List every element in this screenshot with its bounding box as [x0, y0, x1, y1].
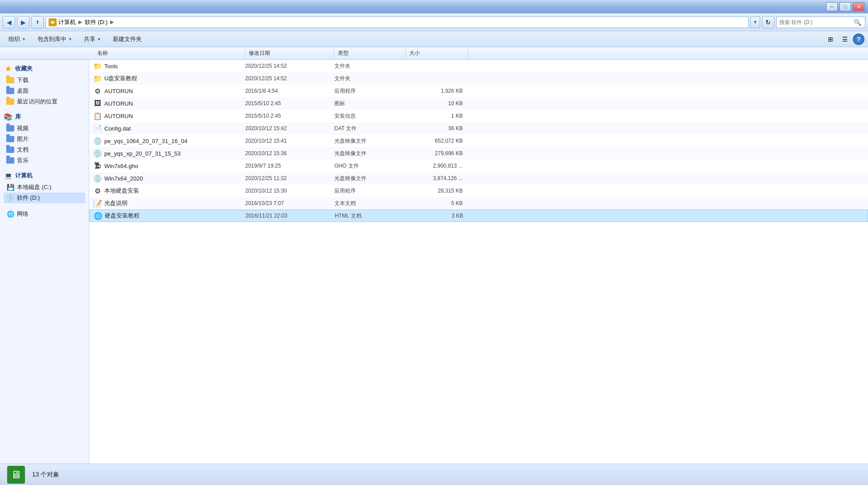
file-date-cell: 2015/5/10 2:45	[245, 113, 334, 119]
sidebar-item-c-drive[interactable]: 💾 本地磁盘 (C:)	[4, 182, 85, 193]
file-list: 📁 Tools 2020/12/25 14:52 文件夹 📁 U盘安装教程 20…	[89, 60, 868, 464]
sidebar-item-d-drive[interactable]: 💿 软件 (D:)	[4, 193, 85, 203]
new-folder-button[interactable]: 新建文件夹	[108, 33, 147, 45]
maximize-button[interactable]: □	[839, 2, 851, 11]
file-size-cell: 28,315 KB	[406, 188, 468, 194]
sidebar-item-picture[interactable]: 图片	[4, 134, 85, 144]
file-name-label: AUTORUN	[104, 113, 133, 119]
file-type-cell: 安装信息	[334, 112, 406, 120]
file-name-cell: ⚙ 本地硬盘安装	[94, 187, 245, 195]
file-type-cell: 文件夹	[334, 62, 406, 70]
view-options-button[interactable]: ⊞	[824, 33, 837, 45]
file-name-label: pe_yqs_1064_20_07_31_16_04	[104, 138, 188, 144]
status-bar: 🖥 13 个对象	[0, 464, 868, 485]
file-name-label: Win7x64_2020	[104, 175, 143, 182]
file-date-cell: 2020/10/12 15:36	[245, 150, 334, 156]
column-size-header[interactable]: 大小	[406, 47, 468, 59]
table-row[interactable]: 📁 Tools 2020/12/25 14:52 文件夹	[89, 60, 868, 72]
table-row[interactable]: 🌐 硬盘安装教程 2016/11/21 22:03 HTML 文档 3 KB	[89, 210, 868, 222]
file-size-cell: 1 KB	[406, 113, 468, 119]
back-button[interactable]: ◀	[3, 16, 15, 29]
help-button[interactable]: ?	[853, 33, 864, 45]
sidebar-item-music[interactable]: 音乐	[4, 155, 85, 166]
file-type-cell: DAT 文件	[334, 125, 406, 132]
organize-arrow: ▼	[22, 37, 26, 41]
up-button[interactable]: ⬆	[31, 16, 44, 29]
path-computer[interactable]: 计算机	[58, 18, 76, 26]
file-name-cell: 📄 Config.dat	[94, 124, 245, 132]
file-icon: 🖼	[94, 99, 102, 107]
column-type-header[interactable]: 类型	[334, 47, 406, 59]
file-icon: 🗜	[94, 162, 102, 170]
table-row[interactable]: 💿 pe_yqs_xp_20_07_31_15_53 2020/10/12 15…	[89, 147, 868, 160]
table-row[interactable]: 🗜 Win7x64.gho 2019/9/7 19:25 GHO 文件 2,90…	[89, 160, 868, 172]
sidebar-item-desktop[interactable]: 桌面	[4, 86, 85, 96]
file-icon: 📄	[94, 124, 102, 132]
sidebar-item-recent[interactable]: 最近访问的位置	[4, 96, 85, 107]
file-type-cell: 文件夹	[334, 75, 406, 82]
file-name-label: Win7x64.gho	[104, 163, 138, 169]
table-row[interactable]: 📋 AUTORUN 2015/5/10 2:45 安装信息 1 KB	[89, 110, 868, 122]
status-app-icon: 🖥	[7, 466, 25, 484]
main-area: ★ 收藏夹 下载 桌面 最近访问的位置	[0, 60, 868, 464]
view-toggle-button[interactable]: ☰	[839, 33, 851, 45]
sidebar-item-document[interactable]: 文档	[4, 144, 85, 155]
recent-icon	[6, 98, 14, 106]
minimize-button[interactable]: ─	[826, 2, 838, 11]
path-arrow-1: ▶	[78, 19, 82, 25]
sidebar-item-network[interactable]: 🌐 网络	[4, 209, 85, 219]
svg-rect-1	[51, 21, 54, 24]
music-icon	[6, 156, 14, 164]
file-date-cell: 2016/11/21 22:03	[246, 213, 335, 219]
file-type-cell: 光盘映像文件	[334, 175, 406, 182]
file-icon: 💿	[94, 174, 102, 182]
file-date-cell: 2019/9/7 19:25	[245, 163, 334, 169]
refresh-button[interactable]: ↻	[762, 16, 774, 29]
file-icon: 📁	[94, 74, 102, 82]
path-drive[interactable]: 软件 (D:)	[85, 18, 107, 26]
library-header: 📚 库	[4, 112, 85, 121]
table-row[interactable]: 💿 pe_yqs_1064_20_07_31_16_04 2020/10/12 …	[89, 135, 868, 147]
search-box: 🔍	[776, 16, 865, 28]
file-name-label: AUTORUN	[104, 88, 133, 95]
table-row[interactable]: 💿 Win7x64_2020 2020/12/25 11:32 光盘映像文件 3…	[89, 172, 868, 185]
file-icon: ⚙	[94, 87, 102, 95]
close-button[interactable]: ✕	[853, 2, 864, 11]
document-icon	[6, 146, 14, 154]
file-type-cell: 应用程序	[334, 87, 406, 95]
favorites-icon: ★	[4, 64, 12, 73]
sidebar-item-video[interactable]: 视频	[4, 123, 85, 134]
file-size-cell: 5 KB	[406, 200, 468, 206]
file-icon: 🌐	[94, 212, 102, 220]
include-in-library-button[interactable]: 包含到库中 ▼	[33, 33, 77, 45]
table-row[interactable]: 📁 U盘安装教程 2020/12/25 14:52 文件夹	[89, 72, 868, 85]
sidebar-section-favorites: ★ 收藏夹 下载 桌面 最近访问的位置	[4, 64, 85, 107]
address-path: 计算机 ▶ 软件 (D:) ▶	[45, 16, 749, 28]
table-row[interactable]: ⚙ 本地硬盘安装 2020/10/12 15:30 应用程序 28,315 KB	[89, 185, 868, 197]
toolbar: 组织 ▼ 包含到库中 ▼ 共享 ▼ 新建文件夹 ⊞ ☰ ?	[0, 31, 868, 47]
address-bar: ◀ ▶ ⬆ 计算机 ▶ 软件 (D:) ▶ ▼ ↻ 🔍	[0, 13, 868, 31]
file-name-label: Config.dat	[104, 125, 131, 132]
search-icon[interactable]: 🔍	[852, 19, 862, 26]
file-date-cell: 2015/5/10 2:45	[245, 100, 334, 107]
sidebar-item-download[interactable]: 下载	[4, 75, 85, 86]
share-button[interactable]: 共享 ▼	[79, 33, 106, 45]
table-row[interactable]: 📝 光盘说明 2016/10/23 7:07 文本文档 5 KB	[89, 197, 868, 210]
file-type-cell: GHO 文件	[334, 162, 406, 170]
file-date-cell: 2020/12/25 11:32	[245, 175, 334, 181]
column-name-header[interactable]: 名称	[94, 47, 245, 59]
search-input[interactable]	[779, 19, 852, 25]
table-row[interactable]: 🖼 AUTORUN 2015/5/10 2:45 图标 10 KB	[89, 97, 868, 110]
table-row[interactable]: 📄 Config.dat 2020/10/12 15:42 DAT 文件 36 …	[89, 122, 868, 135]
forward-button[interactable]: ▶	[17, 16, 29, 29]
column-date-header[interactable]: 修改日期	[245, 47, 334, 59]
file-name-cell: 💿 Win7x64_2020	[94, 174, 245, 182]
file-date-cell: 2016/10/23 7:07	[245, 200, 334, 206]
network-icon: 🌐	[6, 210, 14, 218]
table-row[interactable]: ⚙ AUTORUN 2016/1/8 4:54 应用程序 1,926 KB	[89, 85, 868, 97]
file-size-cell: 1,926 KB	[406, 88, 468, 94]
address-dropdown[interactable]: ▼	[750, 16, 760, 28]
file-date-cell: 2020/12/25 14:52	[245, 75, 334, 82]
file-date-cell: 2020/10/12 15:41	[245, 138, 334, 144]
organize-button[interactable]: 组织 ▼	[4, 33, 31, 45]
